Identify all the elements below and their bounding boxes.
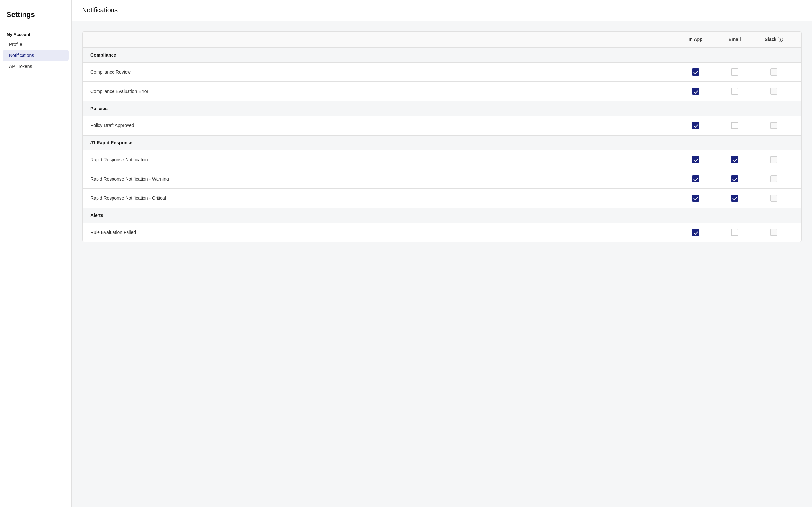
row-label: Rapid Response Notification - Warning xyxy=(90,176,676,181)
sidebar-item-notifications[interactable]: Notifications xyxy=(3,50,69,61)
sidebar-section-my-account: My Account xyxy=(0,28,71,39)
checkbox-cell-inapp xyxy=(676,175,715,182)
checkbox-rapid-critical-email[interactable] xyxy=(731,194,738,202)
main-body: In App Email Slack ? Compliance Complian… xyxy=(72,21,812,507)
main-header: Notifications xyxy=(72,0,812,21)
checkbox-rapid-critical-inapp[interactable] xyxy=(692,194,699,202)
col-header-inapp: In App xyxy=(676,37,715,42)
checkbox-compliance-eval-slack[interactable] xyxy=(770,88,777,95)
slack-help-icon[interactable]: ? xyxy=(778,37,783,42)
row-label: Compliance Evaluation Error xyxy=(90,89,676,94)
checkbox-rapid-notif-slack[interactable] xyxy=(770,156,777,163)
checkbox-cell-inapp xyxy=(676,229,715,236)
sidebar: Settings My Account Profile Notification… xyxy=(0,0,72,507)
checkbox-cell-email xyxy=(715,175,754,182)
checkbox-policy-draft-slack[interactable] xyxy=(770,122,777,129)
col-header-email: Email xyxy=(715,37,754,42)
row-label: Rule Evaluation Failed xyxy=(90,230,676,235)
sidebar-title: Settings xyxy=(0,10,71,28)
checkbox-compliance-review-slack[interactable] xyxy=(770,68,777,75)
table-row: Policy Draft Approved xyxy=(83,116,801,135)
table-row: Compliance Evaluation Error xyxy=(83,82,801,101)
notifications-table: In App Email Slack ? Compliance Complian… xyxy=(82,31,802,242)
checkbox-policy-draft-inapp[interactable] xyxy=(692,122,699,129)
checkbox-cell-email xyxy=(715,194,754,202)
checkbox-cell-email xyxy=(715,88,754,95)
checkbox-cell-slack xyxy=(754,68,794,75)
checkbox-compliance-review-email[interactable] xyxy=(731,68,738,75)
checkbox-cell-slack xyxy=(754,156,794,163)
checkbox-cell-slack xyxy=(754,229,794,236)
row-label: Rapid Response Notification - Critical xyxy=(90,195,676,201)
section-compliance: Compliance xyxy=(83,48,801,63)
row-label: Policy Draft Approved xyxy=(90,123,676,128)
section-alerts: Alerts xyxy=(83,208,801,223)
main-content: Notifications In App Email Slack ? Compl… xyxy=(72,0,812,507)
checkbox-cell-email xyxy=(715,68,754,75)
checkbox-rapid-notif-inapp[interactable] xyxy=(692,156,699,163)
checkbox-cell-slack xyxy=(754,194,794,202)
table-row: Rule Evaluation Failed xyxy=(83,223,801,242)
section-policies: Policies xyxy=(83,101,801,116)
checkbox-cell-inapp xyxy=(676,156,715,163)
checkbox-cell-inapp xyxy=(676,194,715,202)
checkbox-cell-inapp xyxy=(676,122,715,129)
section-label-j1-rapid-response: J1 Rapid Response xyxy=(90,140,676,145)
section-j1-rapid-response: J1 Rapid Response xyxy=(83,135,801,150)
checkbox-cell-inapp xyxy=(676,88,715,95)
checkbox-compliance-eval-inapp[interactable] xyxy=(692,88,699,95)
table-row: Rapid Response Notification - Warning xyxy=(83,169,801,189)
checkbox-cell-slack xyxy=(754,88,794,95)
table-row: Rapid Response Notification xyxy=(83,150,801,169)
row-label: Compliance Review xyxy=(90,69,676,75)
checkbox-cell-email xyxy=(715,122,754,129)
row-label: Rapid Response Notification xyxy=(90,157,676,162)
checkbox-cell-inapp xyxy=(676,68,715,75)
sidebar-item-profile[interactable]: Profile xyxy=(3,39,69,50)
checkbox-rapid-critical-slack[interactable] xyxy=(770,194,777,202)
table-row: Rapid Response Notification - Critical xyxy=(83,189,801,208)
page-title: Notifications xyxy=(82,6,802,14)
checkbox-rapid-warning-email[interactable] xyxy=(731,175,738,182)
checkbox-cell-email xyxy=(715,156,754,163)
checkbox-rule-eval-inapp[interactable] xyxy=(692,229,699,236)
checkbox-compliance-review-inapp[interactable] xyxy=(692,68,699,75)
checkbox-cell-email xyxy=(715,229,754,236)
sidebar-item-api-tokens[interactable]: API Tokens xyxy=(3,61,69,72)
col-header-slack: Slack ? xyxy=(754,37,794,42)
checkbox-compliance-eval-email[interactable] xyxy=(731,88,738,95)
checkbox-cell-slack xyxy=(754,122,794,129)
table-row: Compliance Review xyxy=(83,63,801,82)
checkbox-policy-draft-email[interactable] xyxy=(731,122,738,129)
checkbox-rule-eval-slack[interactable] xyxy=(770,229,777,236)
section-label-policies: Policies xyxy=(90,106,676,111)
checkbox-rapid-notif-email[interactable] xyxy=(731,156,738,163)
checkbox-rapid-warning-inapp[interactable] xyxy=(692,175,699,182)
section-label-alerts: Alerts xyxy=(90,213,676,218)
table-header-row: In App Email Slack ? xyxy=(83,32,801,48)
checkbox-rapid-warning-slack[interactable] xyxy=(770,175,777,182)
section-label-compliance: Compliance xyxy=(90,52,676,58)
checkbox-cell-slack xyxy=(754,175,794,182)
checkbox-rule-eval-email[interactable] xyxy=(731,229,738,236)
